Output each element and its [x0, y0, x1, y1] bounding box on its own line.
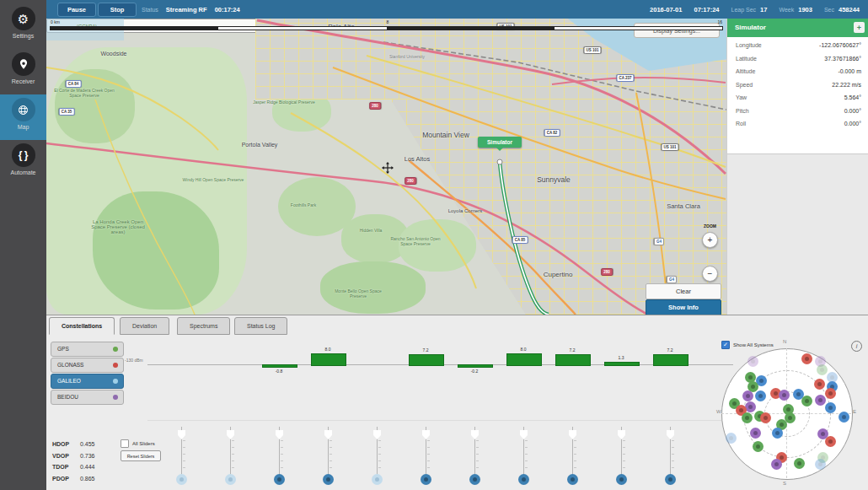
panel-header: Simulator + — [727, 19, 868, 37]
slider-handle[interactable] — [227, 430, 234, 439]
map-canvas[interactable]: Palo AltoWoodsideStanford UniversityPort… — [46, 19, 726, 315]
slider-tick — [232, 460, 234, 461]
telemetry-value: 0.000° — [844, 108, 861, 114]
clear-button[interactable]: Clear — [646, 283, 721, 299]
panel-settings-icon[interactable]: + — [854, 22, 865, 33]
slider-tick — [525, 440, 528, 441]
tab-constellations[interactable]: Constellations — [49, 317, 115, 335]
slider-handle[interactable] — [569, 430, 576, 439]
slider-tick — [281, 467, 283, 468]
slider-tick — [672, 440, 674, 441]
slider-handle[interactable] — [324, 430, 332, 439]
slider-tick — [574, 467, 576, 468]
stop-button[interactable]: Stop — [98, 3, 137, 17]
sidebar-item-settings[interactable]: ⚙Settings — [0, 3, 46, 49]
slider-handle[interactable] — [422, 430, 430, 439]
tab-status-log[interactable]: Status Log — [234, 317, 287, 335]
constellation-name: BEIDOU — [57, 394, 78, 400]
road-shield: CA 35 — [59, 108, 75, 116]
map-label: El Corte de Madera Creek Open Space Pres… — [53, 88, 115, 98]
sidebar-item-receiver[interactable]: Receiver — [0, 49, 46, 94]
slider-tick — [427, 447, 430, 448]
zoom-in-button[interactable]: + — [702, 232, 718, 248]
gear-icon: ⚙ — [18, 13, 29, 25]
slider-handle[interactable] — [178, 430, 185, 439]
slider-handle[interactable] — [373, 430, 381, 439]
sky-plot: ✓ Show All Systems i NESW — [716, 332, 868, 490]
show-info-button[interactable]: Show Info — [646, 299, 721, 315]
slider-tick — [183, 440, 185, 441]
all-sliders-checkbox[interactable]: All Sliders — [121, 439, 155, 448]
elapsed-time: 00:17:24 — [215, 6, 240, 13]
constellation-galileo[interactable]: GALILEO — [51, 374, 124, 389]
slider-handle[interactable] — [520, 430, 528, 439]
constellation-glonass[interactable]: GLONASS — [51, 358, 124, 373]
sidebar: ⚙SettingsReceiverMap{ }Automate — [0, 0, 46, 490]
dop-label: TDOP — [52, 464, 80, 470]
satellite-badge — [567, 474, 578, 485]
slider-tick — [525, 460, 528, 461]
satellite-dot-gps — [753, 441, 764, 452]
sidebar-item-label: Automate — [0, 170, 46, 175]
show-all-systems-label: Show All Systems — [733, 342, 774, 347]
constellation-gps[interactable]: GPS — [51, 342, 124, 357]
dop-value: 0.455 — [80, 441, 95, 447]
sidebar-item-automate[interactable]: { }Automate — [0, 140, 46, 186]
telemetry-label: Speed — [736, 82, 753, 88]
simulator-map-marker[interactable]: Simulator — [478, 137, 522, 148]
slider-handle[interactable] — [471, 430, 479, 439]
slider-tick — [281, 447, 283, 448]
sec-label: Sec — [824, 7, 834, 13]
slider-handle[interactable] — [667, 430, 674, 439]
tab-deviation[interactable]: Deviation — [120, 317, 169, 335]
satellite-dot-beidou — [750, 428, 761, 439]
satellite-dot-glonass — [760, 412, 771, 423]
info-icon[interactable]: i — [851, 341, 862, 352]
dop-value: 0.736 — [80, 453, 95, 459]
map-label: Portola Valley — [242, 142, 278, 148]
slider-tick — [525, 454, 528, 455]
pause-button[interactable]: Pause — [57, 3, 96, 17]
checkbox-checked-icon: ✓ — [721, 341, 730, 349]
tab-spectrums[interactable]: Spectrums — [177, 317, 230, 335]
telemetry-row: Speed22.222 m/s — [727, 78, 868, 92]
signal-bar — [653, 354, 689, 366]
slider-tick — [525, 467, 528, 468]
slider-handle[interactable] — [618, 430, 625, 439]
show-all-systems-checkbox[interactable]: ✓ Show All Systems — [721, 341, 774, 349]
telemetry-value: -0.000 m — [838, 68, 861, 74]
application-window: Palo AltoWoodsideStanford UniversityPort… — [0, 0, 868, 490]
slider-handle[interactable] — [276, 430, 283, 439]
slider-tick — [378, 467, 381, 468]
dop-row-hdop: HDOP0.455 — [52, 441, 95, 447]
satellite-badge — [274, 474, 285, 485]
dop-row-pdop: PDOP0.865 — [52, 476, 95, 482]
road-shield: CA 82 — [544, 129, 560, 137]
constellation-beidou[interactable]: BEIDOU — [51, 390, 124, 405]
signal-bar — [311, 353, 346, 366]
checkbox-box — [121, 439, 129, 448]
slider-tick — [476, 467, 479, 468]
satellite-dot-galileo — [726, 433, 737, 444]
slider-tick — [623, 440, 625, 441]
signal-bar-value: 7.2 — [570, 347, 576, 353]
slider-tick — [672, 460, 674, 461]
zoom-out-button[interactable]: − — [702, 266, 718, 282]
reset-sliders-button[interactable]: Reset Sliders — [121, 450, 161, 461]
signal-bar-value: -0.2 — [471, 369, 479, 374]
slider-tick — [183, 447, 185, 448]
vehicle-position-dot — [497, 159, 502, 164]
slider-tick — [281, 460, 283, 461]
slider-tick — [574, 447, 576, 448]
slider-tick — [476, 454, 479, 455]
signal-bar-value: 1.3 — [619, 355, 624, 360]
slider-tick — [378, 447, 381, 448]
satellite-dot-gps — [794, 458, 805, 469]
slider-tick — [574, 460, 576, 461]
telemetry-row: Roll0.000° — [727, 117, 868, 131]
display-settings-button[interactable]: Display Settings... — [634, 23, 720, 38]
map-label: Cupertino — [544, 271, 573, 278]
sidebar-item-map[interactable]: Map — [0, 94, 46, 140]
road-shield: 280 — [601, 268, 613, 276]
dop-label: PDOP — [52, 476, 80, 482]
